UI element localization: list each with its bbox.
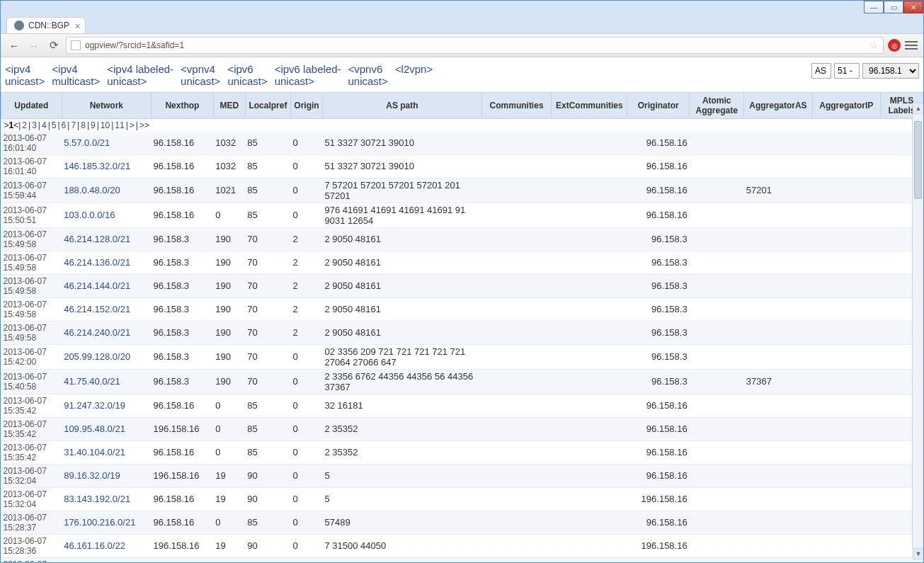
network-link[interactable]: 46.214.128.0/21 — [64, 234, 130, 244]
nav-ipv4-unicast[interactable]: <ipv4 unicast> — [5, 63, 45, 88]
nav-ipv6-unicast[interactable]: <ipv6 unicast> — [227, 63, 267, 88]
nav-vpnv4-unicast[interactable]: <vpnv4 unicast> — [181, 63, 220, 88]
network-link[interactable]: 89.16.32.0/19 — [64, 470, 120, 481]
network-link[interactable]: 46.161.16.0/22 — [64, 540, 125, 551]
forward-button[interactable]: → — [26, 38, 42, 53]
cell-localpref: 70 — [245, 274, 290, 297]
cell-communities — [481, 274, 552, 297]
column-header[interactable]: Updated — [1, 92, 62, 118]
network-link[interactable]: 46.214.144.0/21 — [64, 280, 130, 291]
cell-communities — [481, 321, 552, 344]
cell-aspath: 32 16181 — [322, 394, 481, 417]
tab-close-icon[interactable]: ✕ — [74, 22, 81, 31]
menu-button[interactable] — [905, 41, 918, 50]
cell-communities — [481, 511, 552, 534]
network-link[interactable]: 91.247.32.0/19 — [64, 400, 125, 411]
network-link[interactable]: 103.0.0.0/16 — [64, 210, 115, 220]
window-close-button[interactable]: ✕ — [903, 1, 923, 13]
nav-ipv4-multicast[interactable]: <ipv4 multicast> — [52, 63, 100, 88]
pager-page[interactable]: 10 — [99, 120, 111, 130]
cell-nexthop: 96.158.16 — [152, 154, 214, 178]
cell-updated: 2013-06-07 15:49:58 — [1, 321, 62, 344]
column-header[interactable]: AggregatorIP — [812, 92, 880, 118]
column-header[interactable]: Nexthop — [152, 92, 214, 118]
column-header[interactable]: Network — [62, 92, 151, 118]
pager-page[interactable]: 7 — [69, 120, 77, 130]
back-button[interactable]: ← — [6, 38, 22, 53]
cell-extcommunities — [552, 487, 627, 511]
column-header[interactable]: Atomic Aggregate — [690, 92, 744, 118]
scrollbar-thumb[interactable] — [914, 121, 922, 199]
cell-aggregator-as — [744, 534, 812, 557]
cell-origin: 2 — [291, 251, 323, 274]
pager-page[interactable]: 11 — [113, 120, 125, 130]
cell-communities — [481, 534, 552, 557]
scroll-down-icon[interactable]: ▼ — [913, 548, 923, 559]
network-link[interactable]: 46.214.136.0/21 — [64, 257, 130, 268]
cell-nexthop: 96.158.3 — [152, 251, 214, 274]
table-row: 2013-06-07 16:01:40146.185.32.0/2196.158… — [1, 154, 923, 178]
filter-originator-select[interactable]: 96.158.1 — [862, 63, 919, 79]
cell-origin: 0 — [291, 511, 323, 534]
nav-vpnv6-unicast[interactable]: <vpnv6 unicast> — [348, 63, 388, 88]
bookmark-star-icon[interactable]: ☆ — [869, 40, 879, 51]
network-link[interactable]: 146.185.32.0/21 — [64, 161, 130, 171]
cell-aspath: 7 31500 44050 — [322, 534, 481, 557]
nav-ipv4-labeled-unicast[interactable]: <ipv4 labeled- unicast> — [107, 63, 173, 88]
cell-aspath: 51 3327 30721 39010 — [322, 132, 481, 155]
window-titlebar: — ▭ ✕ — [1, 1, 923, 13]
cell-aspath: 976 41691 41691 41691 41691 91 9031 1265… — [322, 203, 481, 227]
window-minimize-button[interactable]: — — [864, 1, 884, 13]
pager-page[interactable]: 6 — [60, 120, 68, 130]
cell-localpref: 70 — [245, 321, 290, 344]
cell-localpref: 85 — [245, 440, 290, 464]
column-header[interactable]: AS path — [322, 92, 481, 118]
column-header[interactable]: AggregatorAS — [744, 92, 812, 118]
cell-extcommunities — [552, 203, 627, 227]
nav-ipv6-labeled-unicast[interactable]: <ipv6 labeled- unicast> — [275, 63, 341, 88]
cell-atomic — [690, 464, 744, 487]
nav-l2vpn[interactable]: <l2vpn> — [395, 63, 433, 75]
pager-next[interactable]: > — [128, 120, 136, 130]
pager-page[interactable]: 5 — [50, 120, 58, 130]
network-link[interactable]: 46.214.152.0/21 — [64, 304, 130, 314]
pager-page[interactable]: 2 — [21, 120, 28, 130]
table-header: UpdatedNetworkNexthopMEDLocalprefOriginA… — [1, 92, 923, 118]
column-header[interactable]: Originator — [627, 92, 690, 118]
network-link[interactable]: 46.214.240.0/21 — [64, 327, 130, 338]
browser-tab[interactable]: CDN::BGP ✕ — [6, 17, 86, 33]
network-link[interactable]: 109.95.48.0/21 — [64, 423, 125, 434]
network-link[interactable]: 41.75.40.0/21 — [64, 376, 120, 387]
network-link[interactable]: 205.99.128.0/20 — [64, 351, 130, 362]
cell-updated: 2013-06-07 16:01:40 — [1, 154, 62, 178]
adblock-icon[interactable]: ◎ — [888, 39, 901, 52]
column-header[interactable]: Origin — [291, 92, 323, 118]
pager-last[interactable]: >> — [138, 120, 151, 130]
scroll-up-icon[interactable]: ▲ — [913, 103, 923, 114]
cell-nexthop: 96.158.3 — [152, 274, 214, 297]
pager-page[interactable]: 9 — [89, 120, 97, 130]
cell-origin: 0 — [291, 394, 323, 417]
window-maximize-button[interactable]: ▭ — [884, 1, 903, 13]
address-bar[interactable]: ogpview/?srcid=1&safid=1 ☆ — [66, 37, 884, 54]
filter-as-input[interactable] — [811, 63, 831, 79]
cell-communities — [481, 557, 552, 562]
reload-button[interactable]: ⟳ — [46, 38, 62, 53]
network-link[interactable]: 188.0.48.0/20 — [64, 185, 120, 195]
column-header[interactable]: ExtCommunities — [552, 92, 627, 118]
pager-row: >1<|2|3|4|5|6|7|8|9|10|11|>|>> — [1, 118, 923, 132]
network-link[interactable]: 5.57.0.0/21 — [64, 137, 110, 148]
column-header[interactable]: Localpref — [245, 92, 290, 118]
network-link[interactable]: 83.143.192.0/21 — [64, 494, 130, 504]
vertical-scrollbar[interactable]: ▲ ▼ — [912, 114, 923, 548]
pager-page[interactable]: 8 — [79, 120, 87, 130]
pager-page[interactable]: 4 — [40, 120, 48, 130]
column-header[interactable]: Communities — [481, 92, 552, 118]
bgp-table: UpdatedNetworkNexthopMEDLocalprefOriginA… — [1, 92, 923, 563]
network-link[interactable]: 176.100.216.0/21 — [64, 517, 135, 528]
filter-range-input[interactable] — [834, 63, 860, 79]
column-header[interactable]: MED — [213, 92, 245, 118]
network-link[interactable]: 31.40.104.0/21 — [64, 447, 125, 457]
pager-page[interactable]: 3 — [30, 120, 38, 130]
cell-updated: 2013-06-07 15:32:04 — [1, 464, 62, 487]
